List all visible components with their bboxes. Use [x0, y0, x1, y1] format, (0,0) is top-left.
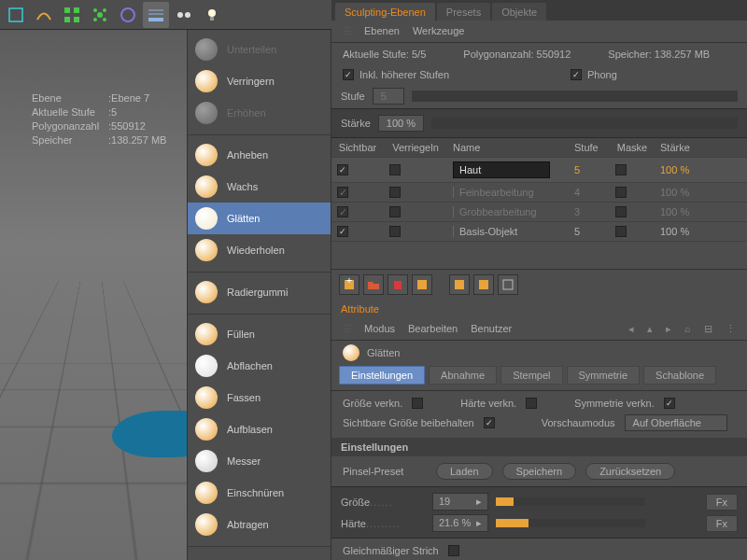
viewport[interactable]: Ebene: Ebene 7 Aktuelle Stufe: 5 Polygon…: [0, 30, 187, 560]
deformer-icon[interactable]: [115, 2, 141, 28]
attr-user[interactable]: Benutzer: [471, 323, 512, 335]
tool-aufblasen[interactable]: Aufblasen: [188, 413, 331, 445]
layer-mask-checkbox[interactable]: [615, 206, 627, 217]
cube-icon[interactable]: [3, 2, 29, 28]
layer-action1-icon[interactable]: [412, 274, 432, 295]
hard-slider[interactable]: [496, 519, 645, 527]
layer-row[interactable]: ✓Feinbearbeitung4100 %: [331, 182, 747, 202]
nav-left-icon[interactable]: ◂: [628, 323, 634, 335]
checkbox-groesse-verkn[interactable]: [412, 398, 423, 409]
layer-visible-checkbox[interactable]: ✓: [337, 206, 348, 217]
atab-einstellungen[interactable]: Einstellungen: [339, 366, 425, 385]
attribute-title: Attribute: [331, 300, 747, 318]
tab-sculpting-ebenen[interactable]: Sculpting-Ebenen: [335, 3, 435, 21]
layer-mask-checkbox[interactable]: [615, 164, 627, 175]
attr-edit[interactable]: Bearbeiten: [408, 323, 458, 335]
checkbox-gleichmaessiger[interactable]: [448, 545, 459, 556]
layer-visible-checkbox[interactable]: ✓: [337, 164, 348, 175]
abflachen-icon: [195, 355, 218, 377]
svg-point-15: [185, 12, 190, 18]
atab-stempel[interactable]: Stempel: [500, 366, 562, 385]
layer-visible-checkbox[interactable]: ✓: [337, 187, 348, 198]
tab-presets[interactable]: Presets: [437, 3, 490, 21]
tool-wiederholen[interactable]: Wiederholen: [188, 234, 331, 266]
subtab-werkzeuge[interactable]: Werkzeuge: [413, 25, 464, 37]
preset-reset-button[interactable]: Zurücksetzen: [585, 463, 675, 480]
menu-icon[interactable]: ⋮: [726, 323, 736, 335]
layer-action3-icon[interactable]: [473, 274, 494, 295]
tool-unterteilen[interactable]: Unterteilen: [188, 34, 331, 65]
layer-visible-checkbox[interactable]: ✓: [337, 226, 348, 237]
atab-abnahme[interactable]: Abnahme: [429, 366, 497, 385]
delete-icon[interactable]: [388, 274, 408, 295]
hard-fx-button[interactable]: Fx: [706, 515, 738, 532]
array-icon[interactable]: [59, 2, 85, 28]
anheben-icon: [195, 144, 218, 166]
layer-lock-checkbox[interactable]: [389, 206, 401, 217]
layer-mask-checkbox[interactable]: [615, 187, 627, 198]
tool-radiergummi[interactable]: Radiergummi: [188, 276, 331, 308]
checkbox-haerte-verkn[interactable]: [526, 398, 537, 409]
tool-fassen[interactable]: Fassen: [188, 382, 331, 413]
layer-lock-checkbox[interactable]: [389, 187, 401, 198]
add-layer-icon[interactable]: +: [339, 274, 359, 295]
messer-icon: [195, 450, 218, 472]
tool-abtragen[interactable]: Abtragen: [188, 509, 331, 540]
tool-anheben[interactable]: Anheben: [188, 139, 331, 171]
atab-symmetrie[interactable]: Symmetrie: [567, 366, 641, 385]
checkbox-symmetrie-verkn[interactable]: ✓: [664, 398, 675, 409]
tool-messer[interactable]: Messer: [188, 445, 331, 477]
starke-field[interactable]: 100 %: [378, 115, 424, 132]
erhohen-icon: [195, 102, 218, 124]
checkbox-hoher-stufen[interactable]: ✓: [343, 69, 354, 80]
floor-icon[interactable]: [143, 2, 169, 28]
tool-verringern[interactable]: Verringern: [188, 65, 331, 97]
layer-mask-checkbox[interactable]: [615, 226, 627, 237]
tab-objekte[interactable]: Objekte: [492, 3, 546, 21]
nav-up-icon[interactable]: ▴: [647, 323, 653, 335]
layer-name-input[interactable]: [453, 161, 550, 178]
light-icon[interactable]: [199, 2, 225, 28]
tool-label: Einschnüren: [227, 487, 284, 498]
size-slider[interactable]: [496, 497, 645, 506]
layer-lock-checkbox[interactable]: [389, 164, 401, 175]
attr-mode[interactable]: Modus: [364, 323, 395, 335]
fassen-icon: [195, 386, 218, 409]
layer-row[interactable]: ✓Grobbearbeitung3100 %: [331, 202, 747, 221]
preset-save-button[interactable]: Speichern: [502, 463, 577, 480]
size-field[interactable]: 19▸: [432, 493, 488, 511]
tool-erhohen[interactable]: Erhöhen: [188, 97, 331, 129]
cloner-icon[interactable]: [87, 2, 113, 28]
tool-abflachen[interactable]: Abflachen: [188, 350, 331, 382]
einschnuren-icon: [195, 482, 218, 504]
nav-right-icon[interactable]: ▸: [666, 323, 671, 335]
atab-schablone[interactable]: Schablone: [643, 366, 716, 385]
stufe-slider[interactable]: [412, 91, 738, 102]
tool-einschnuren[interactable]: Einschnüren: [188, 477, 331, 509]
checkbox-sichtbare-groesse[interactable]: ✓: [484, 417, 495, 428]
search-icon[interactable]: ⌕: [684, 323, 691, 335]
size-fx-button[interactable]: Fx: [706, 494, 738, 511]
checkbox-phong[interactable]: ✓: [571, 69, 582, 80]
subtab-ebenen[interactable]: Ebenen: [364, 25, 400, 37]
stufe-field[interactable]: 5: [373, 88, 404, 105]
tool-fuellen[interactable]: Füllen: [188, 318, 331, 350]
layer-action4-icon[interactable]: [498, 274, 518, 295]
layer-row[interactable]: ✓5100 %: [331, 157, 747, 182]
hard-field[interactable]: 21.6 %▸: [432, 514, 488, 532]
layer-lock-checkbox[interactable]: [389, 226, 401, 237]
starke-slider[interactable]: [431, 118, 738, 129]
vorschaumodus-select[interactable]: Auf Oberfläche: [625, 414, 727, 431]
add-folder-icon[interactable]: [363, 274, 384, 295]
layer-row[interactable]: ✓Basis-Objekt5100 %: [331, 221, 747, 241]
preset-load-button[interactable]: Laden: [436, 463, 493, 480]
viewport-info: Ebene: Ebene 7 Aktuelle Stufe: 5 Polygon…: [32, 91, 166, 147]
tool-glaetten[interactable]: Glätten: [188, 203, 331, 234]
drag-icon: ☰: [343, 25, 351, 37]
lock-icon[interactable]: ⊟: [704, 323, 712, 335]
layer-action2-icon[interactable]: [449, 274, 470, 295]
tool-wachs[interactable]: Wachs: [188, 171, 331, 203]
camera-icon[interactable]: [171, 2, 197, 28]
tool-label: Abtragen: [227, 519, 269, 530]
spline-icon[interactable]: [31, 2, 57, 28]
